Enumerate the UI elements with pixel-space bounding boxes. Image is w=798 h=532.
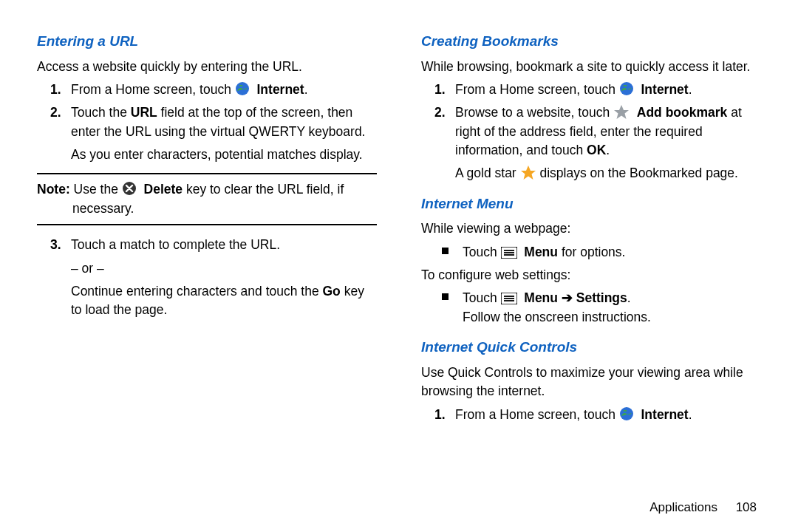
step-number: 1. <box>50 81 61 99</box>
page-footer: Applications 108 <box>649 499 757 517</box>
step-text: Follow the onscreen instructions. <box>463 308 761 327</box>
steps-list: 1. From a Home screen, touch Internet. <box>421 406 761 424</box>
steps-list: 1. From a Home screen, touch Internet. 2… <box>37 81 377 165</box>
globe-icon <box>619 406 634 421</box>
ui-label: Menu <box>524 290 558 305</box>
step-1: 1. From a Home screen, touch Internet. <box>421 406 761 424</box>
step-2: 2. Browse to a website, touch Add bookma… <box>421 103 761 183</box>
right-column: Creating Bookmarks While browsing, bookm… <box>421 28 761 525</box>
app-name: Internet <box>257 82 304 97</box>
heading-quick-controls: Internet Quick Controls <box>421 337 761 358</box>
step-3: 3. Touch a match to complete the URL. <box>37 236 377 254</box>
page-number: 108 <box>736 500 757 514</box>
heading-entering-url: Entering a URL <box>37 31 377 52</box>
steps-list: 1. From a Home screen, touch Internet. 2… <box>421 81 761 183</box>
left-column: Entering a URL Access a website quickly … <box>37 28 377 525</box>
step-text: As you enter characters, potential match… <box>71 147 363 162</box>
star-grey-icon <box>613 104 630 119</box>
intro-text: While browsing, bookmark a site to quick… <box>421 58 761 76</box>
intro-text: To configure web settings: <box>421 266 761 284</box>
ui-label: Add bookmark <box>637 105 728 120</box>
step-text: From a Home screen, touch <box>455 82 619 97</box>
step-number: 1. <box>434 406 446 424</box>
note-text: Use the <box>70 182 122 197</box>
heading-bookmarks: Creating Bookmarks <box>421 31 761 52</box>
ui-label: OK <box>587 143 606 157</box>
bullet-list: Touch Menu for options. <box>421 243 761 262</box>
menu-icon <box>501 247 517 259</box>
bullet-list: Touch Menu ➔ Settings. Follow the onscre… <box>421 289 761 327</box>
ui-label: Settings <box>576 290 627 305</box>
note-label: Note: <box>37 182 70 197</box>
step-text: Touch a match to complete the URL. <box>71 237 280 252</box>
step-text: A gold star <box>455 166 520 180</box>
manual-page: Entering a URL Access a website quickly … <box>0 0 798 532</box>
intro-text: Access a website quickly by entering the… <box>37 58 377 76</box>
step-alt: – or – <box>37 259 377 278</box>
step-1: 1. From a Home screen, touch Internet. <box>37 81 377 99</box>
star-gold-icon <box>520 165 536 180</box>
ui-label: Delete <box>144 182 183 197</box>
app-name: Internet <box>641 82 689 97</box>
globe-icon <box>619 81 634 96</box>
step-1: 1. From a Home screen, touch Internet. <box>421 81 761 99</box>
app-name: Internet <box>641 407 689 422</box>
intro-text: Use Quick Controls to maximize your view… <box>421 364 761 401</box>
step-number: 3. <box>50 236 61 254</box>
intro-text: While viewing a webpage: <box>421 219 761 238</box>
step-text: Touch the <box>71 105 131 120</box>
step-number: 2. <box>50 103 61 122</box>
step-text: Continue entering characters and touch t… <box>37 282 377 320</box>
ui-label: URL <box>131 105 157 120</box>
list-item: Touch Menu ➔ Settings. Follow the onscre… <box>421 289 761 327</box>
list-item: Touch Menu for options. <box>421 243 761 262</box>
period: . <box>304 82 308 97</box>
step-text: From a Home screen, touch <box>455 407 619 422</box>
close-icon <box>122 181 137 196</box>
ui-label: Go <box>323 284 341 299</box>
globe-icon <box>235 81 250 96</box>
step-2: 2. Touch the URL field at the top of the… <box>37 103 377 164</box>
step-number: 1. <box>434 81 446 99</box>
menu-icon <box>501 293 517 304</box>
step-number: 2. <box>434 103 446 122</box>
arrow-icon: ➔ <box>558 290 576 305</box>
section-name: Applications <box>649 500 717 514</box>
step-text: displays on the Bookmarked page. <box>539 166 738 180</box>
step-text: From a Home screen, touch <box>71 82 235 97</box>
steps-list-cont: 3. Touch a match to complete the URL. <box>37 236 377 254</box>
heading-internet-menu: Internet Menu <box>421 194 761 214</box>
step-text: Browse to a website, touch <box>455 105 613 120</box>
ui-label: Menu <box>524 245 558 259</box>
note-block: Note: Use the Delete key to clear the UR… <box>37 173 377 225</box>
